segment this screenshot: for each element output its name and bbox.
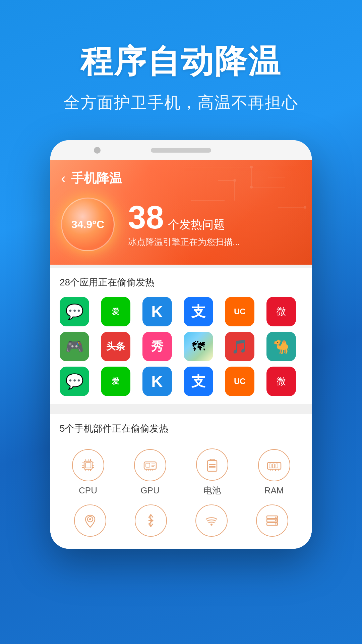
svg-point-51 xyxy=(89,518,91,520)
list-item[interactable]: RAM xyxy=(258,449,290,496)
list-item[interactable]: 🎮 xyxy=(60,332,89,361)
list-item[interactable]: GPU xyxy=(134,449,166,496)
svg-rect-41 xyxy=(209,466,216,468)
bluetooth-icon-container xyxy=(135,504,167,537)
list-item[interactable]: UC xyxy=(225,297,254,326)
hardware-section: 5个手机部件正在偷偷发热 xyxy=(50,414,312,549)
cpu-icon xyxy=(79,457,97,474)
nav-row: ‹ 手机降温 xyxy=(61,170,301,187)
list-item[interactable] xyxy=(256,504,288,537)
divider xyxy=(50,408,312,411)
svg-point-52 xyxy=(210,524,213,526)
svg-rect-36 xyxy=(207,461,217,471)
list-item[interactable]: 微 xyxy=(266,367,296,396)
cpu-label: CPU xyxy=(79,485,97,496)
svg-rect-43 xyxy=(269,464,271,468)
storage-icon xyxy=(263,512,281,529)
list-item[interactable]: 爱 xyxy=(101,297,130,326)
battery-icon xyxy=(203,456,221,473)
list-item[interactable]: 支 xyxy=(184,367,213,396)
svg-point-57 xyxy=(275,520,277,521)
bottom-icons-row xyxy=(60,502,302,541)
cpu-icon-container xyxy=(72,449,104,481)
svg-point-56 xyxy=(275,517,277,518)
issues-number: 38 xyxy=(128,201,164,233)
nav-title: 手机降温 xyxy=(71,170,122,187)
wifi-icon xyxy=(203,512,220,529)
issues-label: 个发热问题 xyxy=(168,217,225,232)
list-item[interactable]: 爱 xyxy=(101,367,130,396)
back-icon[interactable]: ‹ xyxy=(61,170,66,186)
storage-icon-container xyxy=(256,504,288,537)
list-item[interactable] xyxy=(135,504,167,537)
gpu-icon-container xyxy=(134,449,166,481)
list-item[interactable]: 头条 xyxy=(101,332,130,361)
list-item[interactable]: 秀 xyxy=(142,332,172,361)
list-item[interactable]: 支 xyxy=(184,297,213,326)
ram-icon xyxy=(265,457,283,474)
wifi-icon-container xyxy=(195,504,228,537)
list-item[interactable]: K xyxy=(142,297,172,326)
hero-title: 程序自动降温 xyxy=(20,40,342,84)
list-item[interactable]: 💬 xyxy=(60,367,89,396)
list-item[interactable]: 🎵 xyxy=(225,332,254,361)
svg-point-58 xyxy=(275,523,277,525)
gpu-label: GPU xyxy=(140,485,159,496)
list-item[interactable]: 🐪 xyxy=(266,332,296,361)
ram-icon-container xyxy=(258,449,290,481)
svg-rect-14 xyxy=(85,463,91,468)
list-item[interactable] xyxy=(74,504,106,537)
svg-point-6 xyxy=(250,166,253,168)
components-grid: CPU xyxy=(60,443,302,502)
hero-subtitle: 全方面护卫手机，高温不再担心 xyxy=(20,92,342,113)
svg-rect-44 xyxy=(273,464,275,468)
apps-section: 28个应用正在偷偷发热 💬 爱 K 支 UC 微 🎮 头条 秀 🗺 🎵 🐪 💬 … xyxy=(50,268,312,404)
gpu-icon xyxy=(141,457,159,474)
svg-rect-42 xyxy=(267,463,281,469)
list-item[interactable]: 💬 xyxy=(60,297,89,326)
list-item[interactable]: 微 xyxy=(266,297,296,326)
battery-icon-container xyxy=(196,448,228,481)
issues-description: 冰点降温引擎正在为您扫描... xyxy=(128,236,301,248)
hero-section: 程序自动降温 全方面护卫手机，高温不再担心 xyxy=(0,0,362,140)
list-item[interactable]: CPU xyxy=(72,449,104,496)
app-content: ‹ 手机降温 34.9°C 38 个发热问题 冰点降温引擎正在为您扫描... xyxy=(50,160,312,549)
app-header: ‹ 手机降温 34.9°C 38 个发热问题 冰点降温引擎正在为您扫描... xyxy=(50,160,312,265)
apps-section-label: 28个应用正在偷偷发热 xyxy=(60,276,302,289)
location-icon xyxy=(81,512,99,529)
list-item[interactable]: UC xyxy=(225,367,254,396)
svg-rect-40 xyxy=(209,464,216,465)
temperature-value: 34.9°C xyxy=(71,218,104,231)
temp-content: 34.9°C 38 个发热问题 冰点降温引擎正在为您扫描... xyxy=(61,198,301,251)
temperature-circle: 34.9°C xyxy=(61,198,115,251)
phone-mockup: ‹ 手机降温 34.9°C 38 个发热问题 冰点降温引擎正在为您扫描... xyxy=(50,140,312,549)
list-item[interactable]: 电池 xyxy=(196,448,228,496)
phone-top-bar xyxy=(50,140,312,160)
svg-rect-28 xyxy=(146,463,150,467)
apps-grid: 💬 爱 K 支 UC 微 🎮 头条 秀 🗺 🎵 🐪 💬 爱 K 支 UC 微 xyxy=(60,297,302,396)
list-item[interactable]: K xyxy=(142,367,172,396)
svg-rect-45 xyxy=(276,464,278,468)
list-item[interactable] xyxy=(195,504,228,537)
ram-label: RAM xyxy=(264,485,284,496)
hardware-section-label: 5个手机部件正在偷偷发热 xyxy=(60,422,302,435)
issues-count: 38 个发热问题 xyxy=(128,201,301,233)
phone-camera xyxy=(94,147,101,154)
phone-speaker xyxy=(151,148,211,153)
location-icon-container xyxy=(74,504,106,537)
svg-point-12 xyxy=(304,206,306,209)
issues-section: 38 个发热问题 冰点降温引擎正在为您扫描... xyxy=(128,201,301,248)
battery-label: 电池 xyxy=(203,485,221,496)
bluetooth-icon xyxy=(142,512,160,529)
list-item[interactable]: 🗺 xyxy=(184,332,213,361)
